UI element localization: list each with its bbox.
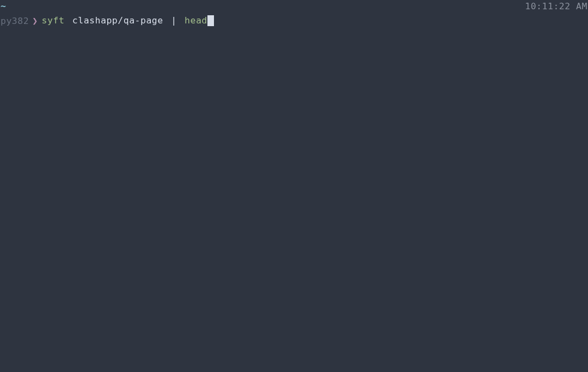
terminal-cursor bbox=[207, 15, 214, 26]
buffer-indicator: ~ bbox=[1, 1, 6, 11]
clock-time: 10:11:22 AM bbox=[525, 1, 587, 11]
pipe-operator: | bbox=[171, 15, 182, 26]
command-token-syft: syft bbox=[42, 15, 65, 26]
prompt-arrow-icon: ❯ bbox=[32, 16, 38, 26]
command-arg-image: clashapp/qa-page bbox=[72, 15, 163, 26]
command-input[interactable]: syft clashapp/qa-page | head bbox=[42, 15, 214, 27]
terminal-status-bar: ~ 10:11:22 AM bbox=[0, 0, 588, 12]
command-token-head: head bbox=[185, 15, 207, 26]
terminal-prompt-line[interactable]: py382 ❯ syft clashapp/qa-page | head bbox=[0, 14, 588, 28]
python-env-label: py382 bbox=[1, 16, 29, 26]
